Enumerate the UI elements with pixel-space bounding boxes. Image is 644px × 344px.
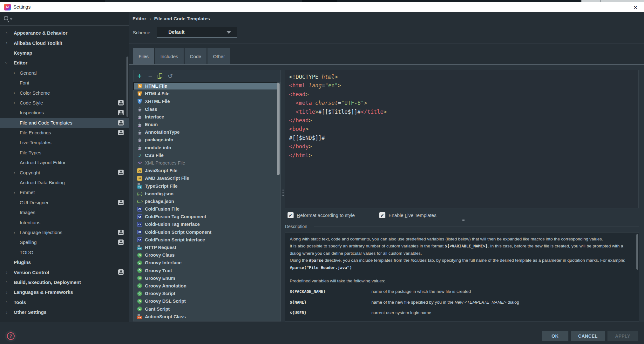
description-scrollbar[interactable] bbox=[636, 234, 638, 270]
sidebar-item[interactable]: ›Version Control bbox=[0, 267, 129, 277]
template-item[interactable]: Enum bbox=[133, 121, 281, 128]
chevron-expanded-icon[interactable]: › bbox=[4, 61, 9, 65]
template-item[interactable]: GGroovy Interface bbox=[133, 259, 281, 266]
close-icon[interactable]: × bbox=[631, 3, 640, 11]
template-item[interactable]: ASActionScript Class with Supers bbox=[133, 320, 281, 321]
template-item[interactable]: GGroovy Annotation bbox=[133, 282, 281, 290]
chevron-collapsed-icon[interactable]: › bbox=[12, 170, 17, 175]
sidebar-item[interactable]: ›Code Style bbox=[0, 98, 129, 108]
sidebar-item[interactable]: Live Templates bbox=[0, 138, 129, 147]
template-item[interactable]: AnnotationType bbox=[133, 128, 281, 136]
sidebar-scrollbar[interactable] bbox=[126, 57, 128, 117]
chevron-collapsed-icon[interactable]: › bbox=[4, 300, 9, 305]
reset-template-icon[interactable]: ↺ bbox=[166, 72, 174, 80]
template-item[interactable]: {…}tsconfig.json bbox=[133, 190, 281, 198]
template-item[interactable]: 5XHTML File bbox=[133, 98, 281, 105]
template-item[interactable]: CfColdFusion Tag Interface bbox=[133, 220, 281, 228]
template-item[interactable]: JSAMD JavaScript File bbox=[133, 174, 281, 182]
chevron-collapsed-icon[interactable]: › bbox=[12, 70, 17, 75]
template-item[interactable]: 5HTML File bbox=[133, 82, 277, 90]
sidebar-item[interactable]: ›Other Settings bbox=[0, 307, 129, 317]
chevron-collapsed-icon[interactable]: › bbox=[4, 270, 9, 275]
settings-search[interactable] bbox=[0, 12, 129, 25]
template-item[interactable]: </>XML Properties File bbox=[133, 159, 281, 167]
tab-code[interactable]: Code bbox=[185, 48, 207, 64]
live-templates-label[interactable]: Enable Live Templates bbox=[389, 212, 437, 218]
template-list-scrollbar[interactable] bbox=[277, 83, 280, 175]
sidebar-item[interactable]: Intentions bbox=[0, 217, 129, 227]
sidebar-item[interactable]: ›Editor bbox=[0, 58, 129, 68]
sidebar-item[interactable]: ›Language Injections bbox=[0, 227, 129, 237]
tab-includes[interactable]: Includes bbox=[155, 48, 184, 64]
sidebar-item[interactable]: Images bbox=[0, 207, 129, 217]
sidebar-item[interactable]: Font bbox=[0, 78, 129, 88]
live-templates-checkbox[interactable]: ✓ bbox=[379, 212, 385, 218]
sidebar-item[interactable]: ›General bbox=[0, 68, 129, 78]
breadcrumb-item[interactable]: File and Code Templates bbox=[154, 16, 210, 21]
chevron-collapsed-icon[interactable]: › bbox=[12, 100, 17, 105]
template-item[interactable]: GGroovy Script bbox=[133, 290, 281, 297]
template-item[interactable]: APIHTTP Request bbox=[133, 244, 281, 251]
chevron-collapsed-icon[interactable]: › bbox=[4, 310, 9, 315]
template-item[interactable]: 5HTML4 File bbox=[133, 90, 281, 98]
help-button[interactable]: ? bbox=[7, 332, 15, 340]
sidebar-item[interactable]: ›Languages & Frameworks bbox=[0, 287, 129, 297]
template-item[interactable]: TSTypeScript File bbox=[133, 182, 281, 190]
sidebar-item[interactable]: GUI Designer bbox=[0, 198, 129, 207]
sidebar-item[interactable]: ›Tools bbox=[0, 297, 129, 307]
template-item[interactable]: Class bbox=[133, 105, 281, 113]
template-item[interactable]: GGroovy Class bbox=[133, 251, 281, 259]
scheme-select[interactable]: Default bbox=[157, 27, 237, 38]
sidebar-item[interactable]: Spelling bbox=[0, 237, 129, 247]
splitter-grip-vertical[interactable] bbox=[282, 188, 284, 197]
sidebar-item[interactable]: Android Data Binding bbox=[0, 178, 129, 187]
tab-files[interactable]: Files bbox=[133, 48, 154, 64]
chevron-collapsed-icon[interactable]: › bbox=[4, 30, 9, 36]
sidebar-item[interactable]: ›Alibaba Cloud Toolkit bbox=[0, 38, 129, 48]
breadcrumb-item[interactable]: Editor bbox=[132, 16, 146, 21]
template-item[interactable]: Interface bbox=[133, 113, 281, 121]
tab-other[interactable]: Other bbox=[207, 48, 230, 64]
apply-button[interactable]: APPLY bbox=[607, 331, 638, 341]
sidebar-item[interactable]: File Encodings bbox=[0, 128, 129, 138]
sidebar-item[interactable]: ›Appearance & Behavior bbox=[0, 28, 129, 38]
remove-template-icon[interactable]: − bbox=[146, 72, 154, 80]
template-item[interactable]: JSJavaScript File bbox=[133, 167, 281, 174]
sidebar-item[interactable]: Keymap bbox=[0, 48, 129, 58]
chevron-collapsed-icon[interactable]: › bbox=[4, 40, 9, 45]
template-item[interactable]: module-info bbox=[133, 144, 281, 152]
chevron-collapsed-icon[interactable]: › bbox=[4, 290, 9, 295]
reformat-checkbox[interactable]: ✓ bbox=[288, 212, 294, 218]
template-editor[interactable]: <!DOCTYPE html><html lang="en"><head> <m… bbox=[285, 70, 639, 208]
sidebar-item[interactable]: Android Layout Editor bbox=[0, 158, 129, 167]
template-item[interactable]: GGant Script bbox=[133, 305, 281, 313]
template-item[interactable]: CfColdFusion Script Component bbox=[133, 228, 281, 236]
sidebar-item[interactable]: ›Build, Execution, Deployment bbox=[0, 277, 129, 287]
add-template-icon[interactable]: + bbox=[135, 72, 144, 80]
chevron-collapsed-icon[interactable]: › bbox=[12, 90, 17, 95]
template-item[interactable]: CfColdFusion File bbox=[133, 205, 281, 213]
duplicate-template-icon[interactable] bbox=[156, 72, 165, 80]
sidebar-item[interactable]: TODO bbox=[0, 247, 129, 257]
cancel-button[interactable]: CANCEL bbox=[571, 331, 605, 341]
sidebar-item[interactable]: Plugins bbox=[0, 257, 129, 267]
chevron-collapsed-icon[interactable]: › bbox=[12, 230, 17, 235]
sidebar-item[interactable]: File and Code Templates bbox=[0, 118, 129, 128]
template-item[interactable]: GGroovy Trait bbox=[133, 267, 281, 274]
reformat-label[interactable]: Reformat according to style bbox=[297, 212, 355, 218]
chevron-collapsed-icon[interactable]: › bbox=[12, 190, 17, 195]
template-item[interactable]: 3CSS File bbox=[133, 152, 281, 159]
template-item[interactable]: {…}package.json bbox=[133, 198, 281, 205]
template-item[interactable]: CfColdFusion Script Interface bbox=[133, 236, 281, 244]
template-item[interactable]: CfColdFusion Tag Component bbox=[133, 213, 281, 220]
chevron-collapsed-icon[interactable]: › bbox=[4, 280, 9, 285]
template-item[interactable]: GGroovy DSL Script bbox=[133, 297, 281, 305]
sidebar-item[interactable]: File Types bbox=[0, 148, 129, 158]
template-item[interactable]: ASActionScript Class bbox=[133, 313, 281, 320]
ok-button[interactable]: OK bbox=[542, 331, 568, 341]
sidebar-item[interactable]: ›Copyright bbox=[0, 167, 129, 177]
sidebar-item[interactable]: Inspections bbox=[0, 108, 129, 118]
sidebar-item[interactable]: ›Color Scheme bbox=[0, 88, 129, 98]
template-item[interactable]: GGroovy Enum bbox=[133, 274, 281, 282]
splitter-grip-horizontal[interactable] bbox=[460, 219, 466, 221]
